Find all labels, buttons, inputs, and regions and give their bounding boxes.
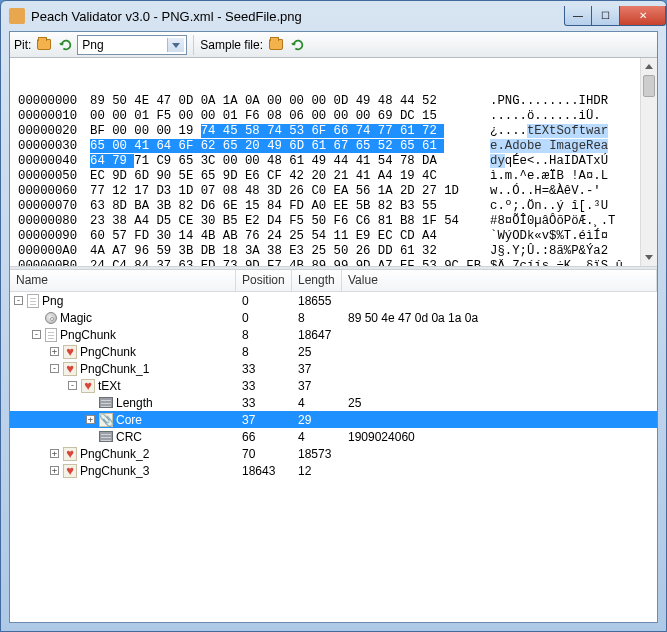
tree-cell-pos: 33 bbox=[236, 396, 292, 410]
tree-toggle bbox=[32, 313, 41, 322]
hex-row[interactable]: 00000050 EC 9D 6D 90 5E 65 9D E6 CF 42 2… bbox=[18, 169, 649, 184]
open-sample-button[interactable] bbox=[265, 34, 287, 56]
pit-combo[interactable]: Png bbox=[77, 35, 187, 55]
tree-toggle[interactable]: + bbox=[50, 466, 59, 475]
tree-item-label: Png bbox=[42, 294, 63, 308]
tree-cell-len: 8 bbox=[292, 311, 342, 325]
tree-toggle[interactable]: + bbox=[86, 415, 95, 424]
tree-toggle[interactable]: + bbox=[50, 449, 59, 458]
hex-viewer[interactable]: 00000000 89 50 4E 47 0D 0A 1A 0A 00 00 0… bbox=[10, 58, 657, 266]
tree-row[interactable]: +📎Core3729 bbox=[10, 411, 657, 428]
tree-cell-val: 1909024060 bbox=[342, 430, 657, 444]
separator bbox=[193, 35, 194, 55]
tree-row[interactable]: +♥PngChunk_27018573 bbox=[10, 445, 657, 462]
tree-row[interactable]: +♥PngChunk_31864312 bbox=[10, 462, 657, 479]
scroll-down-icon[interactable] bbox=[643, 250, 655, 265]
tree-item-label: PngChunk_2 bbox=[80, 447, 149, 461]
tree-row[interactable]: Length33425 bbox=[10, 394, 657, 411]
hex-row[interactable]: 000000B0 24 C4 84 37 63 ED 73 9D F7 4B 8… bbox=[18, 259, 649, 266]
open-pit-button[interactable] bbox=[33, 34, 55, 56]
app-icon bbox=[9, 8, 25, 24]
tree-toggle[interactable]: - bbox=[68, 381, 77, 390]
tree-item-label: PngChunk bbox=[60, 328, 116, 342]
attach-icon: 📎 bbox=[99, 413, 113, 427]
hex-row[interactable]: 00000010 00 00 01 F5 00 00 01 F6 08 06 0… bbox=[18, 109, 649, 124]
app-window: Peach Validator v3.0 - PNG.xml - SeedFil… bbox=[0, 0, 667, 632]
tree-item-label: PngChunk_3 bbox=[80, 464, 149, 478]
window-title: Peach Validator v3.0 - PNG.xml - SeedFil… bbox=[31, 9, 564, 24]
tree-cell-pos: 70 bbox=[236, 447, 292, 461]
tree-cell-len: 18655 bbox=[292, 294, 342, 308]
tree-toggle[interactable]: - bbox=[32, 330, 41, 339]
tree-cell-pos: 37 bbox=[236, 413, 292, 427]
tree-cell-len: 37 bbox=[292, 379, 342, 393]
tree-cell-pos: 8 bbox=[236, 345, 292, 359]
tree-row[interactable]: +♥PngChunk825 bbox=[10, 343, 657, 360]
hex-row[interactable]: 00000080 23 38 A4 D5 CE 30 B5 E2 D4 F5 5… bbox=[18, 214, 649, 229]
tree-row[interactable]: -♥tEXt3337 bbox=[10, 377, 657, 394]
tree-pane: Name Position Length Value -Png018655Mag… bbox=[10, 270, 657, 622]
col-value[interactable]: Value bbox=[342, 270, 657, 291]
refresh-sample-button[interactable] bbox=[287, 34, 309, 56]
tree-row[interactable]: Magic0889 50 4e 47 0d 0a 1a 0a bbox=[10, 309, 657, 326]
tree-item-label: PngChunk_1 bbox=[80, 362, 149, 376]
hex-row[interactable]: 00000040 64 79 71 C9 65 3C 00 00 48 61 4… bbox=[18, 154, 649, 169]
titlebar[interactable]: Peach Validator v3.0 - PNG.xml - SeedFil… bbox=[1, 1, 666, 31]
col-length[interactable]: Length bbox=[292, 270, 342, 291]
hex-row[interactable]: 00000070 63 8D BA 3B 82 D6 6E 15 84 FD A… bbox=[18, 199, 649, 214]
tree-toggle[interactable]: - bbox=[14, 296, 23, 305]
sample-label: Sample file: bbox=[200, 38, 263, 52]
block-icon bbox=[99, 397, 113, 408]
scroll-up-icon[interactable] bbox=[643, 59, 655, 74]
tree-cell-len: 18647 bbox=[292, 328, 342, 342]
tree-cell-len: 4 bbox=[292, 396, 342, 410]
tree-body: -Png018655Magic0889 50 4e 47 0d 0a 1a 0a… bbox=[10, 292, 657, 479]
tree-cell-pos: 8 bbox=[236, 328, 292, 342]
tree-toggle bbox=[86, 432, 95, 441]
tree-cell-pos: 66 bbox=[236, 430, 292, 444]
heart-icon: ♥ bbox=[63, 362, 77, 376]
tree-cell-len: 12 bbox=[292, 464, 342, 478]
tree-toggle[interactable]: - bbox=[50, 364, 59, 373]
tree-cell-val: 89 50 4e 47 0d 0a 1a 0a bbox=[342, 311, 657, 325]
tree-cell-pos: 18643 bbox=[236, 464, 292, 478]
hex-row[interactable]: 000000A0 4A A7 96 59 3B DB 18 3A 38 E3 2… bbox=[18, 244, 649, 259]
col-name[interactable]: Name bbox=[10, 270, 236, 291]
tree-row[interactable]: -Png018655 bbox=[10, 292, 657, 309]
tree-toggle[interactable]: + bbox=[50, 347, 59, 356]
hex-row[interactable]: 00000030 65 00 41 64 6F 62 65 20 49 6D 6… bbox=[18, 139, 649, 154]
tree-cell-len: 25 bbox=[292, 345, 342, 359]
hex-row[interactable]: 00000060 77 12 17 D3 1D 07 08 48 3D 26 C… bbox=[18, 184, 649, 199]
pit-combo-value: Png bbox=[82, 38, 103, 52]
tree-row[interactable]: -PngChunk818647 bbox=[10, 326, 657, 343]
hex-row[interactable]: 00000000 89 50 4E 47 0D 0A 1A 0A 00 00 0… bbox=[18, 94, 649, 109]
refresh-pit-button[interactable] bbox=[55, 34, 77, 56]
tree-header: Name Position Length Value bbox=[10, 270, 657, 292]
hex-row[interactable]: 00000020 BF 00 00 00 19 74 45 58 74 53 6… bbox=[18, 124, 649, 139]
heart-icon: ♥ bbox=[63, 464, 77, 478]
tree-cell-pos: 0 bbox=[236, 294, 292, 308]
tree-cell-len: 37 bbox=[292, 362, 342, 376]
block-icon bbox=[99, 431, 113, 442]
page-icon bbox=[27, 294, 39, 308]
maximize-button[interactable]: ☐ bbox=[592, 6, 620, 26]
tree-row[interactable]: -♥PngChunk_13337 bbox=[10, 360, 657, 377]
heart-icon: ♥ bbox=[63, 345, 77, 359]
tree-cell-len: 18573 bbox=[292, 447, 342, 461]
tree-item-label: Magic bbox=[60, 311, 92, 325]
col-position[interactable]: Position bbox=[236, 270, 292, 291]
scroll-thumb[interactable] bbox=[643, 75, 655, 97]
client-area: Pit: Png Sample file: 00000000 89 50 4E … bbox=[9, 31, 658, 623]
page-icon bbox=[45, 328, 57, 342]
close-button[interactable]: ✕ bbox=[620, 6, 666, 26]
minimize-button[interactable]: — bbox=[564, 6, 592, 26]
tree-item-label: Core bbox=[116, 413, 142, 427]
hex-scrollbar[interactable] bbox=[640, 58, 657, 266]
tree-cell-pos: 33 bbox=[236, 379, 292, 393]
chevron-down-icon bbox=[172, 43, 180, 48]
heart-icon: ♥ bbox=[63, 447, 77, 461]
window-buttons: — ☐ ✕ bbox=[564, 6, 666, 26]
tree-row[interactable]: CRC6641909024060 bbox=[10, 428, 657, 445]
hex-row[interactable]: 00000090 60 57 FD 30 14 4B AB 76 24 25 5… bbox=[18, 229, 649, 244]
tree-item-label: CRC bbox=[116, 430, 142, 444]
